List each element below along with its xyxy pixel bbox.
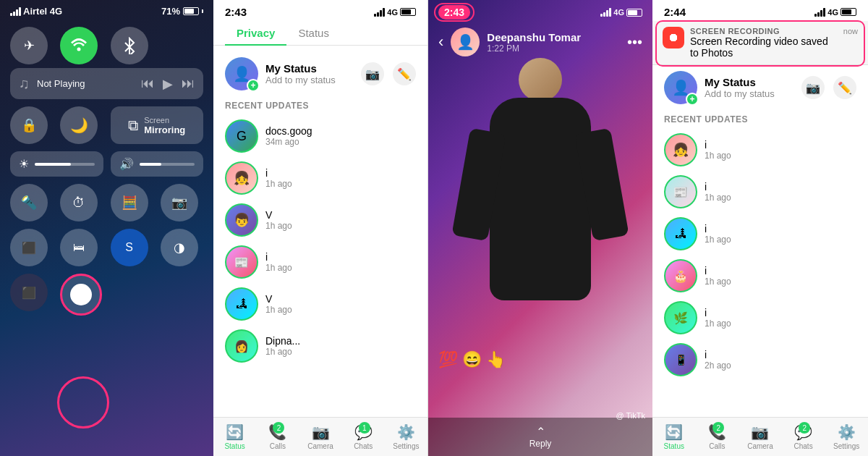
tiktok-more-button[interactable]: ••• — [627, 34, 642, 51]
list-item[interactable]: 🎂 i 1h ago — [652, 255, 868, 297]
record-inner-icon — [70, 284, 92, 305]
status-item-4-info: i 1h ago — [265, 251, 416, 273]
tiktok-signal-icon — [600, 8, 611, 17]
not-playing-widget[interactable]: ♫ Not Playing ⏮ ▶ ⏭ — [10, 68, 203, 99]
status-item-6-time: 1h ago — [265, 347, 416, 357]
nav-calls-4[interactable]: 2 📞 Calls — [696, 422, 739, 452]
list-item[interactable]: 📰 i 1h ago — [652, 171, 868, 213]
tiktok-username: Deepanshu Tomar — [487, 31, 620, 43]
nav-camera[interactable]: 📷 Camera — [299, 422, 341, 452]
status-avatar-6: 👩 — [225, 329, 258, 363]
nav-status[interactable]: 🔄 Status — [213, 422, 256, 452]
add-status-button[interactable]: + — [247, 79, 260, 92]
lock-rotation-button[interactable]: 🔒 — [10, 106, 48, 144]
battery-percent: 71% — [161, 6, 180, 17]
my-status-info: My Status Add to my status — [265, 62, 354, 85]
nav-calls[interactable]: 2 📞 Calls — [256, 422, 299, 452]
screen-mirroring-button[interactable]: ⧉ Screen Mirroring — [111, 106, 204, 144]
list-item[interactable]: 👧 i 1h ago — [213, 157, 427, 199]
edit-status-button-4[interactable]: ✏️ — [833, 76, 856, 99]
status-avatar-5: 🏞 — [225, 287, 258, 321]
status-item-6-info: Dipna... 1h ago — [265, 335, 416, 357]
my-status-name-4: My Status — [705, 76, 794, 88]
list-item[interactable]: 👩 Dipna... 1h ago — [213, 325, 427, 367]
moon-button[interactable]: 🌙 — [60, 106, 98, 144]
notification-content: SCREEN RECORDING Screen Recording video … — [690, 27, 838, 59]
nav-chats[interactable]: 1 💬 Chats — [342, 422, 385, 452]
not-playing-label: Not Playing — [37, 78, 85, 89]
status-item-3-info: V 1h ago — [265, 209, 416, 231]
tiktok-back-button[interactable]: ‹ — [438, 33, 443, 51]
emoji-display: 💯 😄 👆 — [438, 350, 506, 368]
list-item[interactable]: G docs.goog 34m ago — [213, 115, 427, 157]
list-item[interactable]: 👦 V 1h ago — [213, 199, 427, 241]
flashlight-button[interactable]: 🔦 — [10, 184, 48, 221]
tiktok-post-time: 1:22 PM — [487, 43, 620, 54]
dark-mode-button[interactable]: ◑ — [161, 229, 198, 266]
signal-icon — [10, 7, 21, 16]
nav-chats-4[interactable]: 2 💬 Chats — [782, 422, 825, 452]
status-item-6-name: Dipna... — [265, 335, 416, 347]
status-list: G docs.goog 34m ago 👧 i 1h ago 👦 V — [213, 115, 427, 367]
battery-2 — [400, 8, 416, 16]
status-item-3-time: 1h ago — [265, 221, 416, 231]
cc-bottom: ⬛ — [0, 274, 213, 316]
shazam-button[interactable]: S — [111, 229, 148, 266]
sleep-button[interactable]: 🛏 — [60, 229, 98, 266]
next-button[interactable]: ⏭ — [182, 76, 195, 92]
tab-status[interactable]: Status — [286, 21, 341, 45]
brightness-slider[interactable]: ☀ — [10, 151, 103, 177]
nav-camera-4[interactable]: 📷 Camera — [739, 422, 782, 452]
status-item-5-info: V 1h ago — [265, 293, 416, 315]
list-item[interactable]: 🏞 i 1h ago — [652, 213, 868, 255]
wa-bottom-nav-4: 🔄 Status 2 📞 Calls 📷 Camera 2 💬 Chats ⚙️… — [652, 417, 868, 456]
bluetooth-button[interactable] — [111, 27, 148, 64]
brightness-icon: ☀ — [19, 157, 29, 171]
prev-button[interactable]: ⏮ — [141, 76, 154, 92]
tab-privacy[interactable]: Privacy — [225, 21, 286, 45]
timer-button[interactable]: ⏱ — [60, 184, 98, 221]
settings-nav-icon-4: ⚙️ — [838, 423, 856, 441]
tiktok-emojis: 💯 😄 👆 — [438, 350, 506, 369]
record-container — [60, 274, 102, 316]
camera-status-button[interactable]: 📷 — [361, 62, 384, 85]
list-item[interactable]: 📱 i 2h ago — [652, 339, 868, 381]
reply-label: Reply — [529, 439, 552, 449]
camera-button-cc[interactable]: 📷 — [161, 184, 198, 221]
qr-scan-button[interactable]: ⬛ — [10, 229, 48, 266]
tiktok-4g: 4G — [613, 8, 624, 17]
wa-bottom-nav: 🔄 Status 2 📞 Calls 📷 Camera 1 💬 Chats ⚙️… — [213, 417, 427, 456]
status-action-icons: 📷 ✏️ — [361, 62, 416, 85]
dark-toggle-button[interactable]: ⬛ — [10, 274, 48, 311]
nav-settings-4[interactable]: ⚙️ Settings — [825, 422, 868, 452]
volume-slider[interactable]: 🔊 — [111, 151, 204, 177]
signal-icon-2 — [374, 8, 385, 17]
status-item-4-time: 1h ago — [265, 263, 416, 273]
list-item[interactable]: 🏞 V 1h ago — [213, 283, 427, 325]
signal-area-2: 4G — [374, 8, 416, 17]
play-button[interactable]: ▶ — [163, 76, 173, 92]
screen-record-button[interactable] — [60, 274, 102, 316]
list-item[interactable]: 👧 i 1h ago — [652, 129, 868, 171]
nav-status-4[interactable]: 🔄 Status — [652, 422, 696, 452]
edit-status-button[interactable]: ✏️ — [393, 62, 416, 85]
status-item-1-name: docs.goog — [265, 125, 416, 137]
status-item-3-name: V — [265, 209, 416, 221]
screen-record-notif-icon: ⏺ — [663, 27, 684, 48]
p4-avatar-5: 🌿 — [664, 301, 697, 334]
add-status-button-4[interactable]: + — [686, 93, 699, 106]
tiktok-user-avatar: 👤 — [451, 28, 480, 56]
recent-updates-label-4: RECENT UPDATES — [652, 110, 868, 129]
wifi-button[interactable] — [60, 27, 98, 64]
camera-status-button-4[interactable]: 📷 — [801, 76, 825, 99]
list-item[interactable]: 🌿 i 1h ago — [652, 297, 868, 339]
nav-settings[interactable]: ⚙️ Settings — [385, 422, 427, 452]
list-item[interactable]: 📰 i 1h ago — [213, 241, 427, 283]
notification-banner[interactable]: ⏺ SCREEN RECORDING Screen Recording vide… — [652, 21, 868, 65]
calculator-button[interactable]: 🧮 — [111, 184, 148, 221]
airplane-button[interactable]: ✈ — [10, 27, 48, 64]
camera-nav-icon: 📷 — [312, 423, 330, 441]
status-item-2-name: i — [265, 167, 416, 179]
status-avatar-4: 📰 — [225, 245, 258, 279]
tiktok-brand-text: @ TikTk — [616, 411, 646, 420]
